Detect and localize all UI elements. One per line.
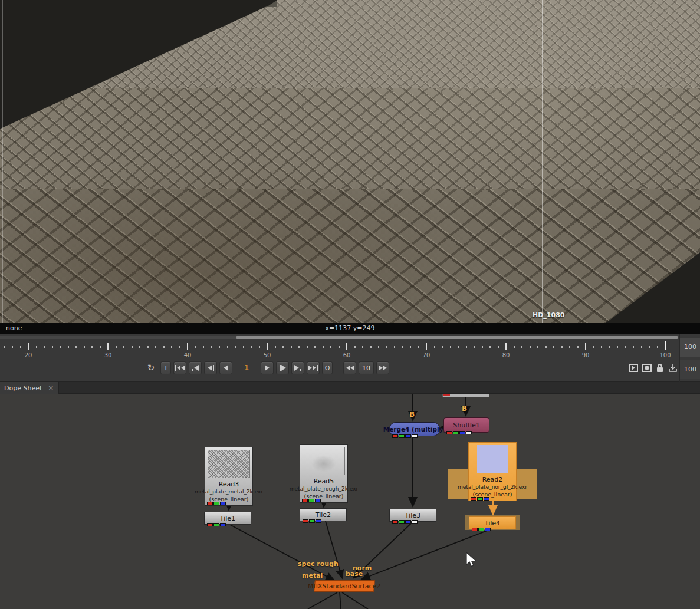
ruler-tick xyxy=(498,346,499,348)
surface-input-spec-rough-label: spec rough xyxy=(298,560,339,568)
ruler-tick xyxy=(275,346,276,348)
ruler-frame-label: 90 xyxy=(582,352,590,358)
node-tile1[interactable]: Tile1 xyxy=(204,512,251,525)
ruler-tick xyxy=(394,346,395,348)
ruler-tick xyxy=(282,346,284,348)
render-button[interactable] xyxy=(642,364,652,372)
ruler-tick xyxy=(505,343,507,350)
ruler-tick xyxy=(68,346,69,348)
ruler-tick xyxy=(155,346,156,348)
next-keyframe-button[interactable] xyxy=(291,361,304,374)
ruler-tick xyxy=(323,346,324,348)
channel-chips xyxy=(207,523,226,526)
export-range-button[interactable] xyxy=(668,363,678,373)
current-frame-field[interactable]: 1 xyxy=(235,364,258,372)
node-label: Read3 xyxy=(205,480,252,488)
ruler-tick xyxy=(330,346,331,348)
timeline-scrollbar-handle[interactable] xyxy=(236,336,678,339)
mouse-cursor xyxy=(465,552,479,568)
read2-thumbnail xyxy=(477,445,508,473)
channel-chips xyxy=(446,431,472,434)
ruler-tick xyxy=(100,346,101,348)
flipbook-play-button[interactable] xyxy=(629,364,638,372)
jump-back-increment-button[interactable] xyxy=(343,361,356,374)
play-backward-button[interactable] xyxy=(219,361,232,374)
viewer-3d-viewport[interactable]: HD_1080 xyxy=(0,0,700,323)
previous-keyframe-button[interactable] xyxy=(189,361,202,374)
ruler-tick xyxy=(195,346,196,348)
skip-start-icon xyxy=(175,365,176,371)
lock-range-button[interactable] xyxy=(656,363,664,373)
ruler-tick xyxy=(4,346,5,348)
ruler-frame-label: 20 xyxy=(25,352,32,358)
node-partial-top[interactable] xyxy=(442,394,489,397)
ruler-tick xyxy=(20,346,21,348)
tab-dope-sheet[interactable]: Dope Sheet × xyxy=(0,382,59,394)
node-graph-panel[interactable]: B B Merge4 (multiply) Shuffle1 Read3 met… xyxy=(0,394,700,609)
node-merge4[interactable]: Merge4 (multiply) xyxy=(389,422,440,436)
jump-forward-increment-button[interactable] xyxy=(376,361,389,374)
set-in-point-button[interactable]: I xyxy=(160,361,171,374)
shuffle-b-input-label: B xyxy=(462,404,467,413)
node-read5[interactable]: Read5 metal_plate_rough_2k.exr (scene_li… xyxy=(300,444,348,503)
play-forward-icon xyxy=(265,365,270,371)
ruler-tick xyxy=(12,346,13,348)
read5-thumbnail xyxy=(303,447,345,475)
ruler-frame-label: 100 xyxy=(659,352,671,358)
ruler-tick xyxy=(123,346,124,348)
node-shuffle1[interactable]: Shuffle1 xyxy=(443,417,489,433)
ruler-tick xyxy=(211,346,212,348)
ruler-tick xyxy=(378,346,379,348)
playback-mode-loop-icon[interactable]: ↻ xyxy=(144,363,158,373)
timeline-panel: 2030405060708090100 100 100 ↻ I 1 O 10 xyxy=(0,334,700,382)
ruler-tick xyxy=(442,346,443,348)
record-icon xyxy=(645,366,649,370)
ruler-tick xyxy=(28,343,29,350)
ruler-tick xyxy=(633,346,634,348)
ruler-tick xyxy=(450,346,451,348)
ruler-tick xyxy=(665,341,666,350)
frame-offset-button[interactable]: O xyxy=(322,361,333,374)
read3-filename: metal_plate_metal_2k.exr xyxy=(195,489,263,495)
ruler-tick xyxy=(569,346,570,348)
step-back-button[interactable] xyxy=(204,361,217,374)
ruler-tick xyxy=(84,346,85,348)
channel-chip-red xyxy=(443,394,450,396)
playback-range-field[interactable]: 100 xyxy=(680,360,700,379)
timeline-ruler[interactable]: 2030405060708090100 xyxy=(0,340,678,360)
ruler-tick xyxy=(426,343,427,350)
frame-increment-field[interactable]: 10 xyxy=(359,361,374,374)
ruler-tick xyxy=(577,346,579,348)
timeline-scrollbar[interactable] xyxy=(0,336,678,339)
step-forward-button[interactable] xyxy=(276,361,289,374)
node-label: Shuffle1 xyxy=(453,422,479,429)
ruler-tick xyxy=(52,346,53,348)
viewer-info-bar: none x=1137 y=249 xyxy=(0,323,700,334)
ruler-tick xyxy=(227,346,228,348)
ruler-tick xyxy=(171,346,172,348)
viewer-cursor-coordinates: x=1137 y=249 xyxy=(326,324,375,332)
node-mtlx-standard-surface2[interactable]: MtlXStandardSurface2 xyxy=(314,580,375,592)
format-label: HD_1080 xyxy=(533,311,564,319)
node-tile2[interactable]: Tile2 xyxy=(300,508,347,521)
node-tile3[interactable]: Tile3 xyxy=(389,509,436,522)
ruler-tick xyxy=(625,346,626,348)
close-icon[interactable]: × xyxy=(48,384,54,392)
play-forward-button[interactable] xyxy=(261,361,274,374)
ruler-tick xyxy=(474,346,475,348)
skip-end-icon xyxy=(317,365,318,371)
node-read2[interactable]: Read2 metal_plate_nor_gl_2k.exr (scene_l… xyxy=(468,442,517,501)
go-to-start-button[interactable] xyxy=(173,361,186,374)
ruler-tick xyxy=(235,346,236,348)
channel-chips xyxy=(471,497,489,501)
ruler-tick xyxy=(346,343,347,350)
node-tile4[interactable]: Tile4 xyxy=(469,516,516,529)
ruler-tick xyxy=(163,346,165,348)
go-to-end-button[interactable] xyxy=(307,361,320,374)
node-read3[interactable]: Read3 metal_plate_metal_2k.exr (scene_li… xyxy=(205,447,253,506)
viewer-status-text: none xyxy=(6,324,22,332)
ruler-frame-label: 60 xyxy=(343,352,351,358)
bottom-panel-tab-bar: Dope Sheet × xyxy=(0,382,700,394)
global-range-field[interactable]: 100 xyxy=(680,338,700,357)
nuke-window: HD_1080 none x=1137 y=249 20304050607080… xyxy=(0,0,700,609)
